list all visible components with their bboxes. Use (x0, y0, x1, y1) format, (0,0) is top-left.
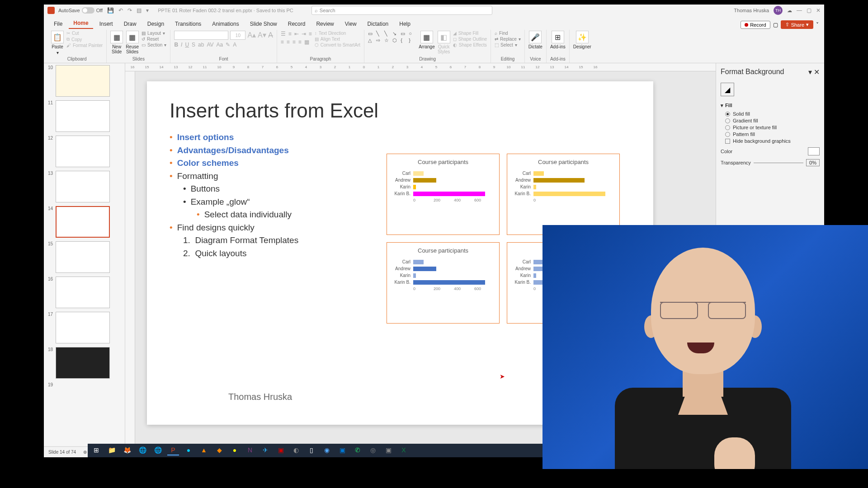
vlc-icon[interactable]: ▲ (198, 446, 210, 455)
bold-icon[interactable]: B (174, 42, 178, 48)
more-icon[interactable]: ▾ (146, 7, 149, 14)
tab-view[interactable]: View (340, 19, 361, 29)
slide-counter[interactable]: Slide 14 of 74 (48, 450, 76, 455)
check-hide-bg[interactable]: Hide background graphics (725, 138, 820, 144)
thumbnail-12[interactable] (56, 136, 110, 167)
user-name[interactable]: Thomas Hruska (734, 8, 769, 13)
find-button[interactable]: ⌕Find (495, 31, 521, 36)
arrange-button[interactable]: ▦Arrange (419, 31, 435, 49)
redo-icon[interactable]: ↷ (127, 7, 132, 14)
align-center-icon[interactable]: ≡ (287, 39, 290, 45)
copy-button[interactable]: ⧉Copy (66, 37, 103, 42)
shape-effects-button[interactable]: ◐Shape Effects (453, 42, 487, 47)
indent-inc-icon[interactable]: ⇥ (302, 31, 306, 37)
designer-button[interactable]: ✨Designer (573, 31, 591, 49)
tab-dictation[interactable]: Dictation (363, 19, 393, 29)
undo-icon[interactable]: ↶ (118, 7, 123, 14)
shape-line2-icon[interactable]: ╲ (384, 31, 392, 37)
firefox-icon[interactable]: 🦊 (121, 446, 133, 455)
lang-icon[interactable]: ⊕ (83, 450, 87, 455)
section-button[interactable]: ▭Section▾ (142, 42, 166, 47)
thumbnail-14[interactable] (56, 206, 110, 238)
shape-star-icon[interactable]: ☆ (384, 38, 392, 43)
tab-design[interactable]: Design (143, 19, 169, 29)
tab-record[interactable]: Record (283, 19, 310, 29)
autosave-toggle[interactable]: AutoSave Off (58, 7, 103, 14)
thumbnail-11[interactable] (56, 100, 110, 132)
radio-solid[interactable]: Solid fill (725, 111, 820, 117)
chevron-down-icon[interactable]: ▾ (57, 50, 59, 55)
mini-chart-1[interactable]: Course participantsCarlAndrewKarinKarin … (507, 154, 620, 235)
start-icon[interactable]: ⊞ (90, 446, 102, 455)
spacing-icon[interactable]: AV (207, 42, 213, 48)
tab-review[interactable]: Review (311, 19, 338, 29)
tab-file[interactable]: File (49, 19, 67, 29)
align-right-icon[interactable]: ≡ (292, 39, 296, 45)
whatsapp-icon[interactable]: ✆ (352, 446, 363, 455)
highlight-icon[interactable]: ✎ (226, 42, 230, 48)
smartart-button[interactable]: ⬡Convert to SmartArt (315, 42, 360, 47)
select-button[interactable]: ⬚Select▾ (495, 42, 521, 47)
record-button[interactable]: Record (741, 21, 770, 29)
chevron-down-icon[interactable]: ▾ (808, 68, 812, 76)
replace-button[interactable]: ⇄Replace▾ (495, 37, 521, 42)
reuse-slides-button[interactable]: ▦Reuse Slides (126, 31, 139, 54)
shape-fill-button[interactable]: ◢Shape Fill (453, 31, 487, 36)
shape-tri-icon[interactable]: △ (368, 38, 375, 43)
chrome-icon[interactable]: 🌐 (137, 446, 148, 455)
shape-line-icon[interactable]: ╲ (376, 31, 383, 37)
collapse-ribbon-icon[interactable]: ˅ (816, 22, 819, 28)
start-icon[interactable]: ▤ (137, 7, 142, 14)
share-button[interactable]: ⇧Share▾ (781, 20, 813, 29)
shape-arrow-icon[interactable]: ↘ (392, 31, 400, 37)
toggle-switch[interactable] (82, 7, 94, 14)
italic-icon[interactable]: I (181, 42, 182, 48)
shape-arrow2-icon[interactable]: ⇨ (376, 38, 383, 43)
app6-icon[interactable]: ◉ (321, 446, 333, 455)
color-swatch[interactable] (808, 147, 820, 155)
bullets-icon[interactable]: ☰ (281, 31, 286, 37)
tab-slideshow[interactable]: Slide Show (245, 19, 282, 29)
strike-icon[interactable]: S (192, 42, 195, 48)
mini-chart-0[interactable]: Course participantsCarlAndrewKarinKarin … (387, 154, 500, 235)
radio-picture[interactable]: Picture or texture fill (725, 125, 820, 130)
app-icon[interactable]: ● (183, 446, 194, 455)
avatar[interactable]: TH (774, 6, 783, 15)
app8-icon[interactable]: ◎ (367, 446, 379, 455)
tab-animations[interactable]: Animations (208, 19, 243, 29)
excel-icon[interactable]: X (398, 446, 410, 455)
paste-button[interactable]: 📋Paste▾ (51, 31, 64, 55)
shape-rect2-icon[interactable]: ▭ (401, 31, 408, 37)
shape-hex-icon[interactable]: ⬡ (392, 38, 400, 43)
indent-dec-icon[interactable]: ⇤ (294, 31, 299, 37)
maximize-icon[interactable]: ▢ (807, 7, 811, 14)
mini-chart-2[interactable]: Course participantsCarlAndrewKarinKarin … (387, 242, 500, 324)
search-input[interactable]: ⌕ Search (311, 6, 492, 15)
cloud-icon[interactable]: ☁ (787, 8, 792, 14)
columns-icon[interactable]: ▦ (304, 39, 309, 45)
addins-button[interactable]: ⊞Add-ins (550, 31, 566, 49)
slide-body-text[interactable]: Insert options Advantages/Disadvantages … (170, 131, 298, 260)
align-left-icon[interactable]: ≡ (281, 39, 284, 45)
shapes-gallery[interactable]: ▭╲╲↘▭○ △⇨☆⬡{} (368, 31, 416, 43)
shape-oval-icon[interactable]: ○ (409, 31, 416, 37)
tab-transitions[interactable]: Transitions (170, 19, 206, 29)
thumbnail-10[interactable] (56, 65, 110, 97)
tab-help[interactable]: Help (395, 19, 415, 29)
shape-outline-button[interactable]: ◻Shape Outline (453, 37, 487, 42)
present-icon[interactable]: ▢ (773, 22, 778, 28)
dictate-button[interactable]: 🎤Dictate (528, 31, 542, 49)
thumbnail-16[interactable] (56, 277, 110, 308)
notepad-icon[interactable]: ▯ (306, 446, 317, 455)
app7-icon[interactable]: ▣ (336, 446, 348, 455)
shape-rect-icon[interactable]: ▭ (368, 31, 375, 37)
app3-icon[interactable]: ● (229, 446, 241, 455)
font-size-input[interactable] (230, 31, 245, 40)
case-icon[interactable]: Aa (217, 42, 223, 48)
expand-icon[interactable]: ▾ (721, 103, 723, 108)
clear-format-icon[interactable]: A̶ (268, 31, 273, 40)
justify-icon[interactable]: ≡ (298, 39, 302, 45)
cut-button[interactable]: ✂Cut (66, 31, 103, 36)
font-color-icon[interactable]: A (233, 42, 236, 48)
telegram-icon[interactable]: ✈ (259, 446, 271, 455)
